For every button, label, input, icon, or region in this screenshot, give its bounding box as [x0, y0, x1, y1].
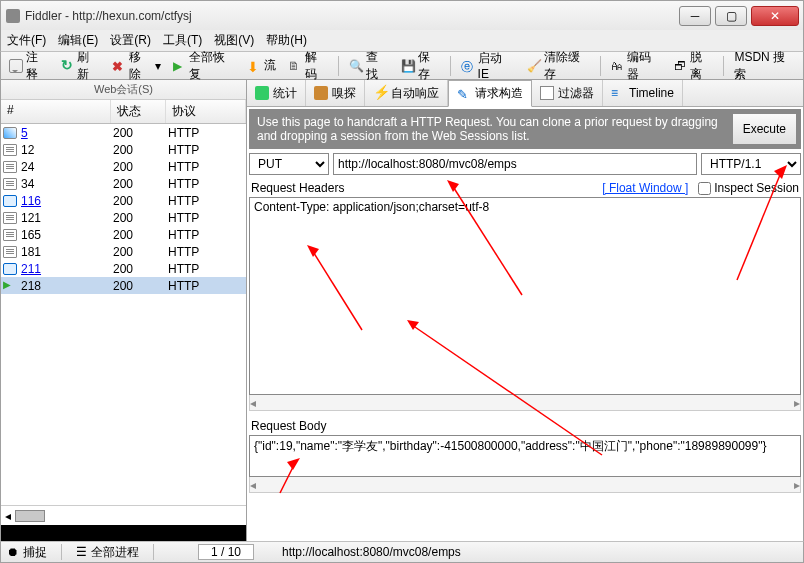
- request-headers-label: Request Headers: [251, 181, 344, 195]
- session-row[interactable]: 211200HTTP: [1, 260, 246, 277]
- filter-icon: [540, 86, 554, 100]
- session-row[interactable]: 12200HTTP: [1, 141, 246, 158]
- col-status[interactable]: 状态: [111, 100, 166, 123]
- tearoff-button[interactable]: 🗗脱离: [670, 47, 718, 85]
- session-num: 165: [19, 228, 113, 242]
- inspect-session-input[interactable]: [698, 182, 711, 195]
- clear-cache-label: 清除缓存: [544, 49, 590, 83]
- play-icon: ▶: [173, 59, 187, 73]
- session-num: 181: [19, 245, 113, 259]
- session-status: 200: [113, 279, 168, 293]
- comment-label: 注释: [26, 49, 49, 83]
- svg-rect-0: [6, 9, 20, 23]
- session-row[interactable]: 34200HTTP: [1, 175, 246, 192]
- decode-label: 解码: [305, 49, 328, 83]
- timeline-icon: ≡: [611, 86, 625, 100]
- sessions-list[interactable]: 5200HTTP12200HTTP24200HTTP34200HTTP11620…: [1, 124, 246, 505]
- status-bar: ⏺捕捉 ☰全部进程 1 / 10 http://localhost:8080/m…: [0, 541, 804, 563]
- execute-button[interactable]: Execute: [732, 113, 797, 145]
- session-row[interactable]: ▶218200HTTP: [1, 277, 246, 294]
- tab-autoresponder[interactable]: ⚡自动响应: [365, 80, 448, 106]
- session-row[interactable]: 181200HTTP: [1, 243, 246, 260]
- resume-button[interactable]: ▶全部恢复: [169, 47, 240, 85]
- sessions-scroll[interactable]: ◂: [1, 505, 246, 525]
- msdn-search[interactable]: MSDN 搜索: [730, 47, 799, 85]
- msdn-label: MSDN 搜索: [734, 49, 795, 83]
- replay-button[interactable]: ↻刷新: [57, 47, 105, 85]
- tab-timeline[interactable]: ≡Timeline: [603, 80, 683, 106]
- text-icon: [3, 229, 17, 241]
- separator: [338, 56, 339, 76]
- session-num: 116: [19, 194, 113, 208]
- maximize-button[interactable]: ▢: [715, 6, 747, 26]
- text-wizard-label: 编码器: [627, 49, 662, 83]
- stats-icon: [255, 86, 269, 100]
- main-area: Web会话(S) # 状态 协议 5200HTTP12200HTTP24200H…: [0, 80, 804, 541]
- text-icon: 🗛: [611, 59, 625, 73]
- disk-icon: 💾: [401, 59, 415, 73]
- ie-icon: ⓔ: [461, 59, 475, 73]
- headers-scroll[interactable]: ◂▸: [249, 395, 801, 411]
- minimize-button[interactable]: ─: [679, 6, 711, 26]
- session-row[interactable]: 165200HTTP: [1, 226, 246, 243]
- body-label-row: Request Body: [249, 419, 801, 435]
- tab-statistics[interactable]: 统计: [247, 80, 306, 106]
- session-proto: HTTP: [168, 194, 244, 208]
- request-body-textarea[interactable]: {"id":19,"name":"李学友","birthday":-415008…: [249, 435, 801, 477]
- text-wizard-button[interactable]: 🗛编码器: [607, 47, 666, 85]
- clear-cache-button[interactable]: 🧹清除缓存: [523, 47, 594, 85]
- title-bar: Fiddler - http://hexun.com/ctfysj ─ ▢ ✕: [0, 0, 804, 30]
- capture-toggle[interactable]: ⏺捕捉: [7, 544, 47, 561]
- save-button[interactable]: 💾保存: [397, 47, 445, 85]
- tearoff-label: 脱离: [690, 49, 713, 83]
- stream-icon: ⬇: [247, 59, 261, 73]
- session-proto: HTTP: [168, 177, 244, 191]
- session-row[interactable]: 116200HTTP: [1, 192, 246, 209]
- composer-body: Use this page to handcraft a HTTP Reques…: [247, 107, 803, 541]
- body-scroll[interactable]: ◂▸: [249, 477, 801, 493]
- session-row[interactable]: 24200HTTP: [1, 158, 246, 175]
- close-button[interactable]: ✕: [751, 6, 799, 26]
- sessions-header: # 状态 协议: [1, 100, 246, 124]
- col-num[interactable]: #: [1, 100, 111, 123]
- comment-button[interactable]: 注释: [5, 47, 53, 85]
- launch-ie-label: 启动 IE: [478, 50, 515, 81]
- process-filter[interactable]: ☰全部进程: [76, 544, 139, 561]
- request-headers-textarea[interactable]: Content-Type: application/json;charset=u…: [249, 197, 801, 395]
- col-proto[interactable]: 协议: [166, 100, 246, 123]
- session-proto: HTTP: [168, 279, 244, 293]
- tab-filters[interactable]: 过滤器: [532, 80, 603, 106]
- composer-hint-bar: Use this page to handcraft a HTTP Reques…: [249, 109, 801, 149]
- stream-button[interactable]: ⬇流: [243, 55, 280, 76]
- decode-icon: 🗎: [288, 59, 301, 73]
- inspect-session-label: Inspect Session: [714, 181, 799, 195]
- decode-button[interactable]: 🗎解码: [284, 47, 332, 85]
- url-input[interactable]: [333, 153, 697, 175]
- float-window-link[interactable]: [ Float Window ]: [602, 181, 688, 195]
- remove-button[interactable]: ✖移除▾: [108, 47, 164, 85]
- find-button[interactable]: 🔍查找: [345, 47, 393, 85]
- session-status: 200: [113, 143, 168, 157]
- session-num: 121: [19, 211, 113, 225]
- tab-composer[interactable]: ✎请求构造: [448, 80, 532, 107]
- quickexec-bar[interactable]: [1, 525, 246, 541]
- protocol-select[interactable]: HTTP/1.1: [701, 153, 801, 175]
- session-num: 5: [19, 126, 113, 140]
- app-icon: [5, 8, 21, 24]
- session-proto: HTTP: [168, 262, 244, 276]
- tab-autoresponder-label: 自动响应: [391, 85, 439, 102]
- session-row[interactable]: 121200HTTP: [1, 209, 246, 226]
- session-status: 200: [113, 160, 168, 174]
- session-row[interactable]: 5200HTTP: [1, 124, 246, 141]
- text-icon: [3, 161, 17, 173]
- separator: [723, 56, 724, 76]
- launch-ie-button[interactable]: ⓔ启动 IE: [457, 48, 519, 83]
- status-url: http://localhost:8080/mvc08/emps: [282, 545, 461, 559]
- stream-label: 流: [264, 57, 276, 74]
- inspect-session-checkbox[interactable]: Inspect Session: [698, 181, 799, 195]
- play-icon: ▶: [3, 280, 17, 292]
- toolbar: 注释 ↻刷新 ✖移除▾ ▶全部恢复 ⬇流 🗎解码 🔍查找 💾保存 ⓔ启动 IE …: [0, 52, 804, 80]
- session-status: 200: [113, 177, 168, 191]
- method-select[interactable]: PUT: [249, 153, 329, 175]
- tab-inspectors[interactable]: 嗅探: [306, 80, 365, 106]
